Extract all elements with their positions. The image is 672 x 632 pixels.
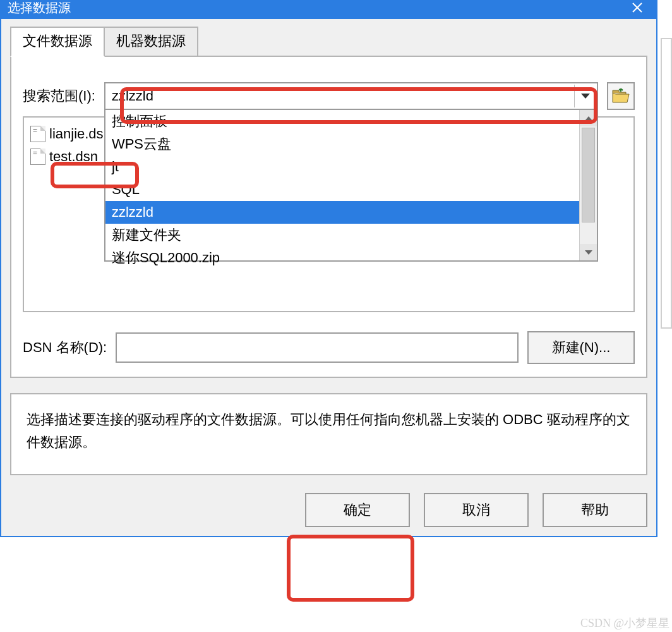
- tab-file-datasource[interactable]: 文件数据源: [10, 27, 105, 57]
- look-in-row: 搜索范围(I): zzlzzld 控制面板WPS云盘jtSQLzzlzzld新建…: [23, 82, 635, 110]
- scroll-up-icon[interactable]: [580, 110, 597, 126]
- tab-strip: 文件数据源 机器数据源: [10, 27, 647, 57]
- tab-machine-datasource[interactable]: 机器数据源: [104, 27, 198, 57]
- select-datasource-dialog: 选择数据源 文件数据源 机器数据源 搜索范围(I): zzlzzld 控制面板W…: [0, 0, 657, 537]
- look-in-combo[interactable]: zzlzzld: [104, 82, 598, 110]
- dropdown-item[interactable]: WPS云盘: [105, 133, 579, 155]
- dropdown-list: 控制面板WPS云盘jtSQLzzlzzld新建文件夹迷你SQL2000.zip: [105, 110, 579, 260]
- file-name: lianjie.dsn: [49, 123, 111, 145]
- dropdown-item[interactable]: SQL: [105, 178, 579, 201]
- dsn-file-icon: [30, 149, 45, 165]
- dropdown-item[interactable]: 控制面板: [105, 110, 579, 133]
- look-in-value: zzlzzld: [112, 88, 153, 104]
- look-in-label: 搜索范围(I):: [23, 87, 95, 106]
- description-text: 选择描述要连接的驱动程序的文件数据源。可以使用任何指向您机器上安装的 ODBC …: [27, 411, 630, 450]
- dsn-file-icon: [30, 126, 45, 142]
- file-name: test.dsn: [49, 145, 98, 168]
- chevron-down-icon[interactable]: [574, 85, 596, 107]
- dropdown-item[interactable]: 迷你SQL2000.zip: [105, 246, 579, 269]
- dropdown-item[interactable]: 新建文件夹: [105, 224, 579, 246]
- bg-panel: [661, 38, 672, 329]
- description-frame: 选择描述要连接的驱动程序的文件数据源。可以使用任何指向您机器上安装的 ODBC …: [10, 393, 647, 475]
- help-button[interactable]: 帮助: [543, 493, 647, 527]
- dsn-row: DSN 名称(D): 新建(N)...: [23, 331, 635, 364]
- new-button[interactable]: 新建(N)...: [527, 331, 635, 364]
- dialog-titlebar[interactable]: 选择数据源: [1, 0, 656, 19]
- dropdown-scrollbar[interactable]: [579, 110, 597, 260]
- dialog-button-row: 确定 取消 帮助: [10, 493, 647, 527]
- dropdown-item[interactable]: zzlzzld: [105, 201, 579, 224]
- ok-button[interactable]: 确定: [305, 493, 410, 527]
- watermark: CSDN @小梦星星: [580, 616, 669, 631]
- cancel-button[interactable]: 取消: [424, 493, 529, 527]
- dialog-title: 选择数据源: [8, 0, 71, 16]
- dialog-body: 文件数据源 机器数据源 搜索范围(I): zzlzzld 控制面板WPS云盘jt…: [1, 19, 656, 536]
- tab-panel: 搜索范围(I): zzlzzld 控制面板WPS云盘jtSQLzzlzzld新建…: [10, 56, 647, 378]
- scroll-thumb[interactable]: [582, 128, 595, 222]
- look-in-dropdown: 控制面板WPS云盘jtSQLzzlzzld新建文件夹迷你SQL2000.zip: [104, 110, 598, 262]
- close-icon[interactable]: [618, 0, 656, 19]
- dsn-name-label: DSN 名称(D):: [23, 338, 107, 357]
- dsn-name-input[interactable]: [116, 332, 519, 363]
- look-in-combo-wrap: zzlzzld 控制面板WPS云盘jtSQLzzlzzld新建文件夹迷你SQL2…: [104, 82, 598, 110]
- annotation-ok: [287, 535, 414, 602]
- dropdown-item[interactable]: jt: [105, 155, 579, 178]
- up-folder-button[interactable]: [607, 82, 635, 110]
- scroll-down-icon[interactable]: [580, 244, 597, 260]
